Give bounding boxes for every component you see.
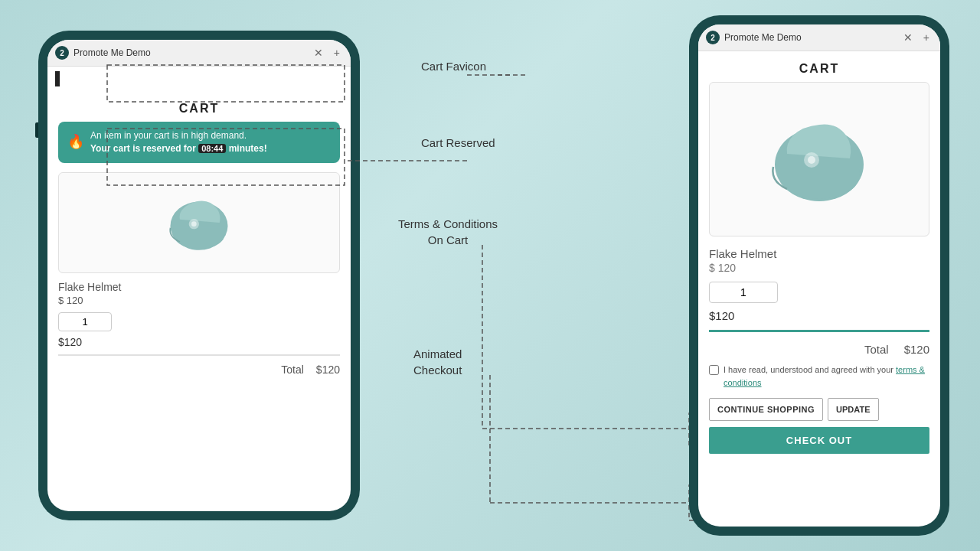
- right-tab-title: Promote Me Demo: [724, 32, 896, 43]
- checkout-button[interactable]: CHECK OUT: [709, 427, 929, 454]
- left-total-row: Total $120: [58, 360, 340, 379]
- cart-favicon-label: Cart Favicon: [421, 60, 486, 73]
- svg-point-2: [191, 221, 197, 227]
- terms-row: I have read, understood and agreed with …: [709, 364, 929, 389]
- right-total-value: $120: [904, 343, 929, 356]
- left-tab-add[interactable]: +: [331, 47, 343, 59]
- fire-icon: 🔥: [67, 132, 84, 152]
- left-subtotal: $120: [58, 336, 340, 348]
- left-divider: [58, 354, 340, 356]
- left-total-value: $120: [316, 364, 340, 376]
- right-product-image: [709, 82, 929, 236]
- left-cart-content: CART 🔥 An item in your cart is in high d…: [47, 91, 351, 385]
- right-tab-close[interactable]: ✕: [900, 31, 916, 44]
- left-phone-screen: 2 Promote Me Demo ✕ + CART 🔥 An item in …: [47, 40, 351, 511]
- right-phone: 2 Promote Me Demo ✕ + CART: [689, 15, 949, 536]
- left-product-image: [58, 172, 340, 273]
- left-phone: 2 Promote Me Demo ✕ + CART 🔥 An item in …: [38, 31, 360, 520]
- left-tab-badge: 2: [55, 46, 69, 60]
- helmet-icon-left: [161, 188, 237, 257]
- left-tab-title: Promote Me Demo: [74, 47, 306, 58]
- right-phone-screen: 2 Promote Me Demo ✕ + CART: [698, 24, 940, 527]
- terms-text: I have read, understood and agreed with …: [724, 364, 929, 389]
- terms-checkbox[interactable]: [709, 365, 719, 375]
- continue-shopping-button[interactable]: CONTINUE SHOPPING: [709, 398, 823, 421]
- helmet-icon-right: [758, 106, 880, 213]
- right-tab-add[interactable]: +: [920, 31, 933, 44]
- left-product-price: $ 120: [58, 295, 340, 306]
- right-total-row: Total $120: [709, 338, 929, 364]
- left-cart-title: CART: [58, 97, 340, 122]
- right-divider: [709, 330, 929, 332]
- left-qty-input[interactable]: 1: [58, 312, 112, 331]
- demand-text: An item in your cart is in high demand. …: [90, 129, 267, 155]
- right-cart-content: CART Flake Helmet $ 120 1 $120: [698, 51, 940, 460]
- right-qty-input[interactable]: 1: [709, 282, 778, 303]
- right-product-price: $ 120: [709, 262, 929, 274]
- right-product-name: Flake Helmet: [709, 247, 929, 260]
- update-button[interactable]: UPDATE: [828, 398, 878, 421]
- right-tab-badge: 2: [706, 31, 720, 44]
- right-total-label: Total: [864, 343, 889, 356]
- cart-reserved-label: Cart Reserved: [421, 136, 495, 149]
- demand-banner: 🔥 An item in your cart is in high demand…: [58, 122, 340, 163]
- left-total-label: Total: [281, 364, 304, 376]
- svg-point-15: [808, 156, 815, 164]
- terms-conditions-label: Terms & ConditionsOn Cart: [398, 216, 498, 248]
- left-product-name: Flake Helmet: [58, 281, 340, 293]
- right-cart-title: CART: [709, 57, 929, 82]
- left-notch: [47, 67, 351, 91]
- right-subtotal: $120: [709, 309, 929, 322]
- right-browser-bar: 2 Promote Me Demo ✕ +: [698, 24, 940, 51]
- left-tab-close[interactable]: ✕: [311, 47, 326, 59]
- action-buttons-row: CONTINUE SHOPPING UPDATE: [709, 398, 929, 421]
- animated-checkout-label: AnimatedCheckout: [413, 346, 462, 378]
- left-browser-bar: 2 Promote Me Demo ✕ +: [47, 40, 351, 67]
